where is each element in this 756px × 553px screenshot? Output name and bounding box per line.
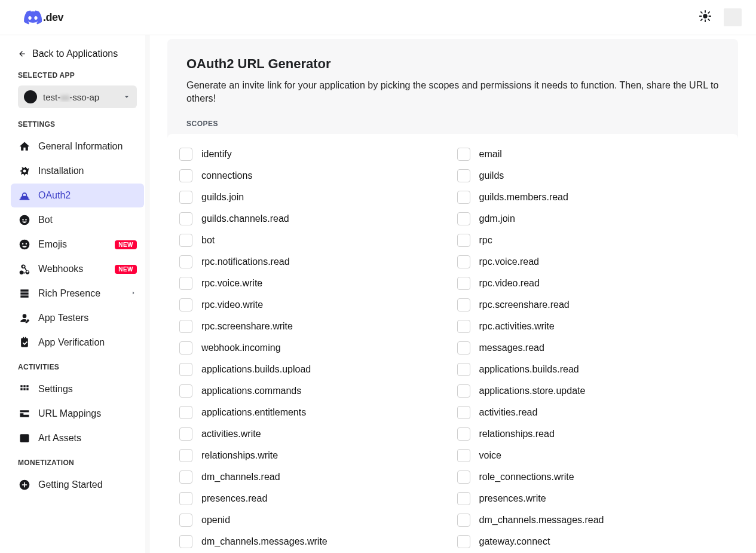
scope-presences-write[interactable]: presences.write	[457, 488, 729, 509]
scope-guilds-members-read[interactable]: guilds.members.read	[457, 187, 729, 208]
scope-label: applications.commands	[201, 386, 301, 396]
scope-rpc-video-read[interactable]: rpc.video.read	[457, 273, 729, 294]
checkbox[interactable]	[179, 427, 192, 441]
checkbox[interactable]	[179, 148, 192, 161]
checkbox[interactable]	[179, 277, 192, 290]
scope-voice[interactable]: voice	[457, 445, 729, 466]
checkbox[interactable]	[457, 492, 470, 505]
checkbox[interactable]	[457, 320, 470, 333]
scope-role-connections-write[interactable]: role_connections.write	[457, 466, 729, 488]
checkbox[interactable]	[179, 514, 192, 527]
scope-dm-channels-messages-write[interactable]: dm_channels.messages.write	[179, 531, 451, 552]
checkbox[interactable]	[179, 320, 192, 333]
checkbox[interactable]	[457, 427, 470, 441]
user-avatar[interactable]	[724, 8, 742, 26]
checkbox[interactable]	[457, 406, 470, 419]
checkbox[interactable]	[179, 384, 192, 398]
sidebar-item-general[interactable]: General Information	[11, 135, 144, 158]
checkbox[interactable]	[179, 470, 192, 484]
checkbox[interactable]	[179, 535, 192, 548]
scope-identify[interactable]: identify	[179, 143, 451, 165]
scope-gateway-connect[interactable]: gateway.connect	[457, 531, 729, 552]
checkbox[interactable]	[457, 514, 470, 527]
checkbox[interactable]	[179, 406, 192, 419]
checkbox[interactable]	[457, 148, 470, 161]
scope-email[interactable]: email	[457, 143, 729, 165]
scope-relationships-write[interactable]: relationships.write	[179, 445, 451, 466]
scope-rpc-voice-write[interactable]: rpc.voice.write	[179, 273, 451, 294]
scope-guilds-join[interactable]: guilds.join	[179, 187, 451, 208]
scope-dm-channels-read[interactable]: dm_channels.read	[179, 466, 451, 488]
scope-webhook-incoming[interactable]: webhook.incoming	[179, 337, 451, 359]
app-selector[interactable]: test-xx-sso-ap	[18, 85, 137, 108]
scope-rpc-notifications-read[interactable]: rpc.notifications.read	[179, 251, 451, 273]
checkbox[interactable]	[457, 255, 470, 268]
scope-rpc-screenshare-write[interactable]: rpc.screenshare.write	[179, 316, 451, 337]
checkbox[interactable]	[179, 234, 192, 247]
scope-rpc-activities-write[interactable]: rpc.activities.write	[457, 316, 729, 337]
scope-applications-builds-upload[interactable]: applications.builds.upload	[179, 359, 451, 380]
checkbox[interactable]	[179, 449, 192, 462]
checkbox[interactable]	[457, 191, 470, 204]
sidebar-item-art-assets[interactable]: Art Assets	[11, 426, 144, 450]
checkbox[interactable]	[179, 169, 192, 182]
checkbox[interactable]	[457, 298, 470, 311]
scope-connections[interactable]: connections	[179, 165, 451, 187]
scope-rpc-voice-read[interactable]: rpc.voice.read	[457, 251, 729, 273]
scope-applications-commands[interactable]: applications.commands	[179, 380, 451, 402]
scope-openid[interactable]: openid	[179, 509, 451, 531]
scope-presences-read[interactable]: presences.read	[179, 488, 451, 509]
scope-applications-entitlements[interactable]: applications.entitlements	[179, 402, 451, 423]
theme-toggle[interactable]	[699, 10, 712, 25]
checkbox[interactable]	[457, 470, 470, 484]
checkbox[interactable]	[179, 341, 192, 355]
scope-messages-read[interactable]: messages.read	[457, 337, 729, 359]
sidebar-item-rich-presence[interactable]: Rich Presence	[11, 282, 144, 305]
scope-bot[interactable]: bot	[179, 230, 451, 251]
sidebar-item-installation[interactable]: Installation	[11, 159, 144, 183]
sidebar-item-app-testers[interactable]: App Testers	[11, 306, 144, 330]
rich-presence-icon	[18, 287, 31, 300]
sidebar-item-webhooks[interactable]: WebhooksNEW	[11, 257, 144, 281]
sidebar-item-bot[interactable]: Bot	[11, 208, 144, 232]
scope-label: applications.builds.upload	[201, 364, 311, 375]
sidebar-item-app-verification[interactable]: App Verification	[11, 331, 144, 355]
checkbox[interactable]	[179, 492, 192, 505]
checkbox[interactable]	[179, 255, 192, 268]
back-to-applications[interactable]: Back to Applications	[18, 45, 137, 68]
scope-applications-store-update[interactable]: applications.store.update	[457, 380, 729, 402]
brand-logo[interactable]: .dev	[24, 10, 63, 25]
scope-rpc-screenshare-read[interactable]: rpc.screenshare.read	[457, 294, 729, 316]
checkbox[interactable]	[457, 535, 470, 548]
scope-guilds-channels-read[interactable]: guilds.channels.read	[179, 208, 451, 230]
checkbox[interactable]	[457, 384, 470, 398]
sidebar-item-oauth2[interactable]: OAuth2	[11, 184, 144, 207]
sidebar-item-url-mappings[interactable]: URL Mappings	[11, 402, 144, 426]
checkbox[interactable]	[457, 363, 470, 376]
checkbox[interactable]	[179, 363, 192, 376]
checkbox[interactable]	[457, 341, 470, 355]
scope-guilds[interactable]: guilds	[457, 165, 729, 187]
checkbox[interactable]	[179, 298, 192, 311]
scope-gdm-join[interactable]: gdm.join	[457, 208, 729, 230]
scope-activities-write[interactable]: activities.write	[179, 423, 451, 445]
scope-activities-read[interactable]: activities.read	[457, 402, 729, 423]
scope-rpc-video-write[interactable]: rpc.video.write	[179, 294, 451, 316]
checkbox[interactable]	[457, 449, 470, 462]
scope-rpc[interactable]: rpc	[457, 230, 729, 251]
checkbox[interactable]	[457, 234, 470, 247]
scope-applications-builds-read[interactable]: applications.builds.read	[457, 359, 729, 380]
scope-dm-channels-messages-read[interactable]: dm_channels.messages.read	[457, 509, 729, 531]
sidebar-item-settings[interactable]: Settings	[11, 377, 144, 401]
checkbox[interactable]	[179, 191, 192, 204]
checkbox[interactable]	[457, 277, 470, 290]
checkbox[interactable]	[457, 212, 470, 225]
checkbox[interactable]	[179, 212, 192, 225]
scope-label: presences.write	[479, 493, 546, 504]
checkbox[interactable]	[457, 169, 470, 182]
scope-relationships-read[interactable]: relationships.read	[457, 423, 729, 445]
sidebar-item-getting-started[interactable]: Getting Started	[11, 473, 144, 497]
scope-label: relationships.write	[201, 450, 278, 461]
sidebar-item-emojis[interactable]: EmojisNEW	[11, 233, 144, 256]
scope-label: role_connections.write	[479, 472, 574, 482]
